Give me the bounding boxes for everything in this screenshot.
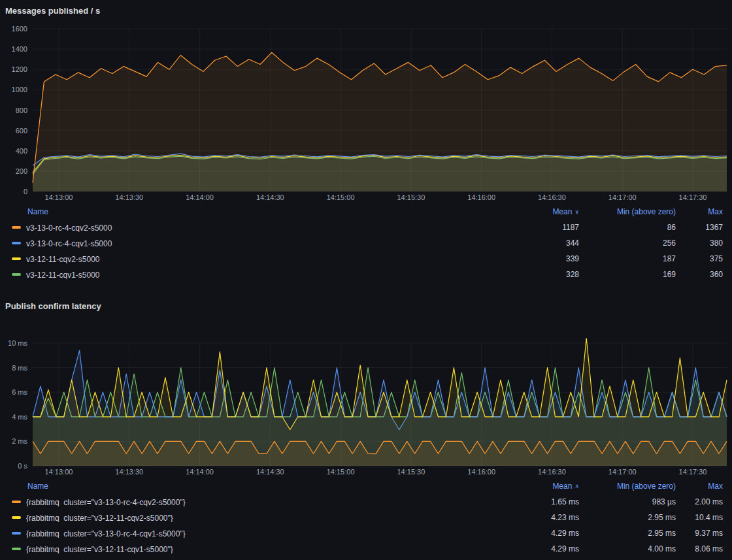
legend-series-name[interactable]: {rabbitmq_cluster="v3-13-0-rc-4-cqv2-s50… — [12, 497, 507, 507]
svg-text:10 ms: 10 ms — [8, 339, 27, 347]
legend-value-max: 375 — [676, 254, 723, 263]
legend-header-max[interactable]: Max — [676, 207, 723, 216]
legend-header-mean-label: Mean — [552, 207, 572, 216]
series-color-swatch — [12, 548, 21, 550]
series-label: {rabbitmq_cluster="v3-13-0-rc-4-cqv1-s50… — [26, 529, 186, 538]
svg-text:14:13:00: 14:13:00 — [45, 193, 73, 201]
legend-row: v3-12-11-cqv2-s5000339187375 — [0, 251, 732, 267]
legend-value-min: 169 — [579, 270, 676, 279]
svg-text:14:13:30: 14:13:30 — [115, 468, 143, 476]
grafana-dashboard: Messages published / s 02004006008001000… — [0, 0, 732, 557]
panel-title[interactable]: Messages published / s — [0, 4, 732, 18]
legend-value-mean: 344 — [507, 239, 579, 248]
legend-series-name[interactable]: v3-13-0-rc-4-cqv1-s5000 — [12, 239, 507, 248]
svg-text:14:14:30: 14:14:30 — [256, 193, 284, 201]
svg-text:14:16:00: 14:16:00 — [467, 468, 495, 476]
legend-value-min: 2.95 ms — [579, 513, 676, 522]
svg-text:800: 800 — [16, 107, 27, 114]
svg-text:14:14:00: 14:14:00 — [186, 468, 214, 476]
series-label: {rabbitmq_cluster="v3-12-11-cqv1-s5000"} — [26, 544, 173, 553]
series-label: v3-13-0-rc-4-cqv1-s5000 — [26, 239, 112, 248]
legend-value-mean: 4.29 ms — [507, 529, 579, 538]
svg-text:14:15:00: 14:15:00 — [327, 468, 355, 476]
legend-table: Name Mean∧ Min (above zero) Max {rabbitm… — [0, 478, 732, 557]
legend-header-mean[interactable]: Mean∧ — [507, 482, 579, 491]
legend-row: v3-12-11-cqv1-s5000328169360 — [0, 267, 732, 282]
legend-row: v3-13-0-rc-4-cqv1-s5000344256380 — [0, 235, 732, 251]
panel-title[interactable]: Publish confirm latency — [0, 299, 732, 314]
panel-publish-confirm-latency: Publish confirm latency 0 s2 ms4 ms6 ms8… — [0, 299, 732, 557]
legend-series-name[interactable]: {rabbitmq_cluster="v3-13-0-rc-4-cqv1-s50… — [12, 529, 507, 538]
legend-series-name[interactable]: v3-13-0-rc-4-cqv2-s5000 — [12, 223, 507, 233]
messages-published-chart[interactable]: 0200400600800100012001400160014:13:0014:… — [0, 18, 732, 204]
legend-series-name[interactable]: {rabbitmq_cluster="v3-12-11-cqv2-s5000"} — [12, 513, 507, 523]
legend-header-mean-label: Mean — [552, 482, 572, 491]
svg-text:14:17:00: 14:17:00 — [608, 193, 637, 201]
svg-text:14:15:30: 14:15:30 — [397, 468, 425, 476]
series-color-swatch — [12, 226, 21, 229]
svg-text:600: 600 — [16, 127, 27, 135]
svg-text:0: 0 — [24, 188, 27, 195]
legend-header-name[interactable]: Name — [12, 482, 507, 491]
publish-confirm-latency-chart[interactable]: 0 s2 ms4 ms6 ms8 ms10 ms14:13:0014:13:30… — [0, 314, 732, 478]
svg-text:14:17:30: 14:17:30 — [679, 468, 707, 476]
legend-row: {rabbitmq_cluster="v3-13-0-rc-4-cqv1-s50… — [0, 525, 732, 541]
series-color-swatch — [12, 257, 21, 260]
legend-value-max: 380 — [676, 239, 723, 248]
legend-value-min: 983 µs — [579, 497, 676, 506]
svg-text:14:14:00: 14:14:00 — [186, 193, 214, 201]
legend-value-min: 2.95 ms — [579, 529, 676, 538]
legend-header-min[interactable]: Min (above zero) — [579, 207, 676, 216]
legend-value-min: 187 — [579, 254, 676, 263]
legend-value-mean: 1187 — [507, 223, 579, 232]
legend-series-name[interactable]: v3-12-11-cqv1-s5000 — [12, 270, 507, 280]
panel-messages-published: Messages published / s 02004006008001000… — [0, 0, 732, 282]
sort-caret-icon: ∨ — [574, 208, 579, 215]
series-label: {rabbitmq_cluster="v3-12-11-cqv2-s5000"} — [26, 513, 173, 522]
legend-value-min: 4.00 ms — [579, 544, 676, 553]
svg-text:14:13:00: 14:13:00 — [45, 468, 73, 476]
legend-series-name[interactable]: {rabbitmq_cluster="v3-12-11-cqv1-s5000"} — [12, 544, 507, 554]
legend-value-min: 86 — [579, 223, 676, 232]
svg-text:14:16:30: 14:16:30 — [538, 193, 566, 201]
svg-text:400: 400 — [16, 147, 27, 155]
svg-text:14:16:30: 14:16:30 — [538, 468, 566, 476]
series-color-swatch — [12, 501, 21, 503]
series-color-swatch — [12, 273, 21, 276]
svg-text:14:17:00: 14:17:00 — [608, 468, 637, 476]
legend-header: Name Mean∧ Min (above zero) Max — [0, 478, 732, 494]
svg-text:2 ms: 2 ms — [12, 437, 27, 445]
legend-value-mean: 4.29 ms — [507, 544, 579, 553]
legend-header: Name Mean∨ Min (above zero) Max — [0, 204, 732, 220]
legend-row: {rabbitmq_cluster="v3-12-11-cqv1-s5000"}… — [0, 541, 732, 557]
series-color-swatch — [12, 516, 21, 519]
svg-text:14:14:30: 14:14:30 — [256, 468, 284, 476]
svg-text:1000: 1000 — [12, 86, 27, 93]
legend-value-max: 8.06 ms — [676, 544, 723, 553]
legend-header-mean[interactable]: Mean∨ — [507, 207, 579, 216]
legend-row: {rabbitmq_cluster="v3-13-0-rc-4-cqv2-s50… — [0, 494, 732, 510]
legend-row: v3-13-0-rc-4-cqv2-s50001187861367 — [0, 220, 732, 235]
legend-table: Name Mean∨ Min (above zero) Max v3-13-0-… — [0, 204, 732, 282]
svg-text:200: 200 — [16, 167, 27, 175]
svg-text:0 s: 0 s — [18, 462, 27, 470]
svg-text:14:15:00: 14:15:00 — [327, 193, 355, 201]
series-label: v3-12-11-cqv1-s5000 — [26, 270, 100, 279]
svg-text:1200: 1200 — [12, 65, 27, 73]
legend-value-mean: 4.23 ms — [507, 513, 579, 522]
legend-series-name[interactable]: v3-12-11-cqv2-s5000 — [12, 254, 507, 264]
series-label: v3-12-11-cqv2-s5000 — [26, 254, 100, 263]
svg-text:1400: 1400 — [12, 45, 27, 53]
legend-value-mean: 339 — [507, 254, 579, 263]
legend-value-min: 256 — [579, 239, 676, 248]
sort-caret-icon: ∧ — [574, 483, 579, 489]
svg-text:14:13:30: 14:13:30 — [115, 193, 143, 201]
legend-row: {rabbitmq_cluster="v3-12-11-cqv2-s5000"}… — [0, 510, 732, 525]
legend-value-max: 10.4 ms — [676, 513, 723, 522]
legend-value-max: 360 — [676, 270, 723, 279]
legend-header-max[interactable]: Max — [676, 482, 723, 491]
legend-header-min[interactable]: Min (above zero) — [579, 482, 676, 491]
series-color-swatch — [12, 532, 21, 535]
legend-header-name[interactable]: Name — [12, 207, 507, 216]
legend-value-max: 1367 — [676, 223, 723, 232]
